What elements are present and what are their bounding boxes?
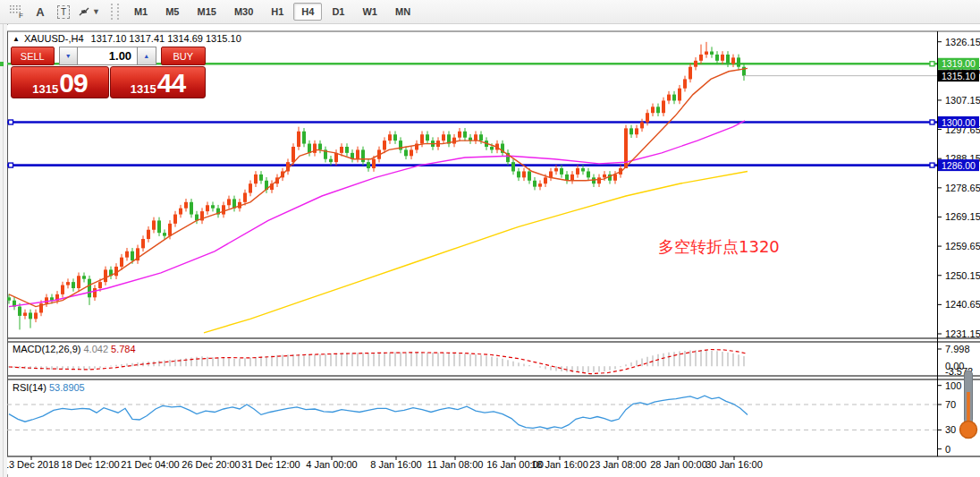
candle-body bbox=[581, 168, 585, 171]
price-tick-label: 1278.65 bbox=[945, 183, 980, 193]
candle-body bbox=[254, 175, 258, 183]
candle-body bbox=[291, 147, 295, 162]
candle-body bbox=[597, 177, 601, 183]
candle-body bbox=[190, 202, 193, 215]
timeframe-m5[interactable]: M5 bbox=[157, 3, 187, 21]
price-tick-label: 1307.15 bbox=[945, 95, 980, 106]
price-axis[interactable]: 1326.151316.651307.151297.651288.151278.… bbox=[937, 37, 980, 339]
cursor-tool-icon[interactable]: ▼ bbox=[77, 2, 100, 21]
candle-body bbox=[726, 55, 730, 64]
timeframe-m30[interactable]: M30 bbox=[226, 3, 261, 21]
time-axis[interactable]: 13 Dec 201818 Dec 12:0021 Dec 04:0026 De… bbox=[7, 456, 763, 470]
sell-price-tile[interactable]: 1315 09 bbox=[11, 66, 109, 98]
candle-body bbox=[66, 282, 70, 285]
candle-body bbox=[383, 141, 386, 149]
level-line-left-stub bbox=[0, 62, 4, 66]
time-tick-label: 28 Jan 00:00 bbox=[650, 459, 707, 470]
one-click-trade-panel: SELL ▼ 1.00 ▲ BUY 1315 09 1315 44 bbox=[11, 47, 206, 98]
timeframe-mn[interactable]: MN bbox=[387, 3, 418, 21]
rsi-pane[interactable]: 10070300 bbox=[7, 380, 961, 455]
candle-body bbox=[82, 276, 86, 278]
macd-pane[interactable]: 7.9980.00-3.572 bbox=[9, 344, 973, 377]
indicator-grid-icon[interactable]: F bbox=[7, 2, 27, 21]
toolbar-grip[interactable] bbox=[111, 4, 119, 20]
hline-handle[interactable] bbox=[930, 163, 934, 167]
hline-handle[interactable] bbox=[930, 62, 934, 66]
candle-body bbox=[721, 55, 724, 61]
candle-body bbox=[576, 168, 579, 175]
volume-decrease-button[interactable]: ▼ bbox=[59, 47, 78, 65]
hline-handle[interactable] bbox=[9, 163, 13, 167]
candle-body bbox=[243, 193, 247, 202]
timeframe-m1[interactable]: M1 bbox=[126, 3, 156, 21]
price-tick-label: 1240.65 bbox=[945, 299, 980, 310]
candle-body bbox=[554, 168, 558, 171]
candle-body bbox=[570, 175, 574, 181]
volume-input[interactable]: 1.00 bbox=[78, 47, 137, 65]
buy-price-pips: 44 bbox=[157, 71, 185, 96]
thermometer-icon[interactable] bbox=[957, 369, 980, 446]
text-tool-icon[interactable]: T bbox=[54, 2, 73, 21]
candle-body bbox=[689, 67, 692, 80]
candle-body bbox=[88, 279, 91, 298]
rsi-axis-label: 30 bbox=[945, 424, 956, 435]
candle-body bbox=[474, 134, 477, 141]
sell-button[interactable]: SELL bbox=[11, 47, 55, 65]
svg-text:1300.00: 1300.00 bbox=[942, 117, 976, 128]
buy-button[interactable]: BUY bbox=[161, 47, 207, 65]
price-tick-label: 1259.65 bbox=[945, 241, 980, 251]
candle-body bbox=[705, 52, 708, 55]
candle-body bbox=[694, 61, 697, 67]
candle-body bbox=[549, 171, 553, 177]
candle-body bbox=[678, 89, 681, 101]
candle-body bbox=[249, 183, 252, 192]
candle-body bbox=[522, 171, 526, 177]
top-toolbar: F A T ▼ M1M5M15M30H1H4D1W1MN bbox=[0, 0, 980, 24]
candle-body bbox=[98, 282, 102, 288]
candle-body bbox=[259, 175, 263, 181]
candle-body bbox=[23, 312, 27, 315]
chevron-down-icon: ▼ bbox=[92, 7, 100, 16]
chart-symbol: XAUUSD-,H4 bbox=[24, 33, 84, 44]
candle-body bbox=[715, 55, 719, 61]
time-tick-label: 11 Jan 08:00 bbox=[427, 459, 484, 470]
candle-body bbox=[297, 132, 300, 147]
expand-triangle-icon[interactable]: ▲ bbox=[13, 35, 20, 43]
buy-price-tile[interactable]: 1315 44 bbox=[110, 66, 206, 98]
candle-body bbox=[29, 312, 32, 319]
label-tool-icon[interactable]: A bbox=[30, 2, 50, 21]
time-tick-label: 8 Jan 16:00 bbox=[370, 459, 422, 470]
timeframe-d1[interactable]: D1 bbox=[324, 3, 352, 21]
candle-body bbox=[120, 258, 123, 267]
svg-text:F: F bbox=[19, 12, 23, 19]
candle-body bbox=[329, 159, 333, 162]
timeframe-h1[interactable]: H1 bbox=[263, 3, 291, 21]
timeframe-h4[interactable]: H4 bbox=[293, 3, 322, 21]
candle-body bbox=[211, 205, 215, 208]
timeframe-buttons: M1M5M15M30H1H4D1W1MN bbox=[125, 3, 419, 21]
chart-window[interactable]: 1326.151316.651307.151297.651288.151278.… bbox=[7, 25, 980, 474]
candle-body bbox=[560, 168, 563, 175]
candle-body bbox=[662, 100, 665, 113]
sell-price-base: 1315 bbox=[32, 82, 58, 96]
candle-body bbox=[393, 134, 397, 141]
candle-body bbox=[18, 307, 21, 316]
candle-body bbox=[356, 149, 359, 158]
candle-body bbox=[538, 183, 542, 186]
time-tick-label: 26 Dec 20:00 bbox=[182, 459, 240, 470]
candle-body bbox=[152, 220, 156, 229]
candle-body bbox=[302, 132, 306, 144]
candle-body bbox=[222, 205, 225, 214]
candle-body bbox=[163, 233, 166, 235]
rsi-axis-label: 0 bbox=[945, 444, 950, 455]
volume-increase-button[interactable]: ▲ bbox=[137, 47, 156, 65]
candle-body bbox=[452, 138, 456, 144]
hline-handle[interactable] bbox=[9, 120, 13, 124]
svg-text:1286.00: 1286.00 bbox=[942, 160, 976, 171]
hline-handle[interactable] bbox=[930, 120, 934, 124]
candle-body bbox=[613, 175, 617, 181]
candle-body bbox=[528, 171, 531, 180]
timeframe-w1[interactable]: W1 bbox=[354, 3, 385, 21]
timeframe-m15[interactable]: M15 bbox=[189, 3, 224, 21]
candle-body bbox=[511, 162, 515, 171]
